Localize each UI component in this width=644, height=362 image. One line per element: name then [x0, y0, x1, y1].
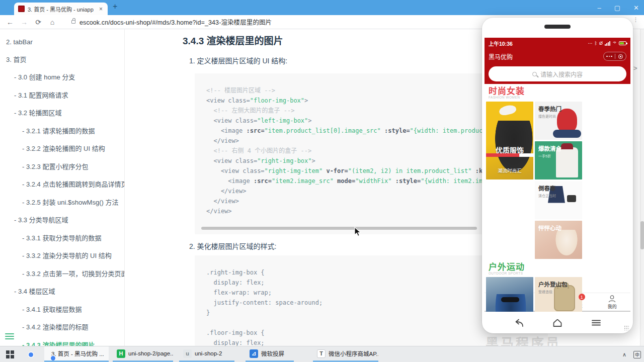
- taskbar-button[interactable]: 3. 首页 - 黑马优购 ...: [44, 346, 109, 362]
- sidebar-item[interactable]: - 3.3.2 渲染分类导航的 UI 结构: [0, 250, 124, 260]
- floor-subtitle-text: FASHION WOMEN: [489, 96, 627, 100]
- reload-icon[interactable]: ⟳: [31, 18, 45, 26]
- floor-tile-image[interactable]: 怦怦心动: [535, 221, 582, 259]
- windows-taskbar: 3. 首页 - 黑马优购 ...Huni-shop-2/page...uuni-…: [0, 346, 644, 362]
- sidebar-item[interactable]: - 3.3 分类导航区域: [0, 215, 124, 224]
- site-favicon: [18, 6, 25, 12]
- floor-tile-image[interactable]: 春季热门撞色更时尚: [535, 102, 582, 140]
- taskbar-button[interactable]: uuni-shop-2: [179, 346, 234, 362]
- sidebar-item[interactable]: - 3.1 配置网络请求: [0, 90, 124, 100]
- android-nav-bar: [485, 315, 630, 330]
- search-band: 请输入搜索内容: [485, 64, 630, 84]
- window-close-button[interactable]: ✕: [633, 4, 639, 12]
- android-home-icon[interactable]: [552, 318, 563, 327]
- tile-subtitle: 登峰造极: [538, 289, 582, 294]
- battery-icon: [619, 41, 626, 45]
- forward-icon[interactable]: →: [17, 18, 31, 26]
- ime-indicator[interactable]: 中: [633, 351, 641, 358]
- sidebar-item[interactable]: - 3.0 创建 home 分支: [0, 72, 124, 81]
- sidebar-item[interactable]: - 3.2.5 封装 uni.$showMsg() 方法: [0, 197, 124, 207]
- docs-sidebar: 2. tabBar3. 首页- 3.0 创建 home 分支- 3.1 配置网络…: [0, 29, 125, 346]
- tray-expand-icon[interactable]: ∧: [622, 351, 626, 358]
- taskbar-button[interactable]: Huni-shop-2/page...: [113, 346, 173, 362]
- folder-icon: u: [183, 349, 192, 358]
- floor-tile-image[interactable]: 户外登山包登峰造极: [535, 277, 582, 312]
- android-menu-icon[interactable]: [591, 318, 602, 327]
- start-button[interactable]: [6, 350, 14, 358]
- taskbar-button[interactable]: T微信小程序商城AP...: [313, 346, 378, 362]
- sidebar-item[interactable]: - 3.4.1 获取楼层数据: [0, 304, 124, 314]
- sidebar-item[interactable]: - 3.3.2 点击第一项，切换到分类页面: [0, 268, 124, 278]
- tile-subtitle: 撞色更时尚: [538, 114, 582, 119]
- emulator-menu-dots-icon[interactable]: ⋯: [634, 17, 637, 23]
- tabbar-label: 我的: [608, 303, 617, 310]
- wifi-icon: [612, 42, 617, 45]
- sidebar-item[interactable]: 3. 首页: [0, 54, 124, 64]
- big-image-stripe: [486, 153, 533, 157]
- padlock-icon: [71, 20, 75, 24]
- tile-title: 倒春寒: [538, 184, 582, 192]
- floor-big-image[interactable]: 勇往直前HIGH QUALITY畅享户外运动: [486, 277, 533, 312]
- page-scrollbar-track[interactable]: [640, 29, 644, 346]
- bluetooth-icon: ᛒ: [595, 41, 597, 46]
- floor-tile-image[interactable]: 倒春寒清仓正当时: [535, 181, 582, 219]
- taskbar-button-label: 3. 首页 - 黑马优购 ...: [51, 349, 104, 357]
- step-2-text: 2. 美化楼层图片区域的样式:: [189, 241, 276, 251]
- tile-title: 春季热门: [538, 105, 582, 113]
- status-time: 上午10:36: [489, 40, 513, 47]
- capsule-close-icon[interactable]: [615, 54, 626, 59]
- phone-screen: 上午10:36 ⋯ ᛒ Ø 黑马优购 请输入搜索内容 时: [485, 38, 630, 312]
- search-input[interactable]: 请输入搜索内容: [489, 66, 626, 81]
- code-hscrollbar-thumb[interactable]: [201, 227, 477, 230]
- search-icon: [532, 72, 537, 76]
- mute-icon: Ø: [599, 41, 603, 46]
- sidebar-toggle-icon[interactable]: [5, 333, 14, 341]
- browser-tab[interactable]: 3. 首页 - 黑马优购 - uniapp ×: [14, 3, 108, 15]
- more-icon: ⋯: [588, 41, 593, 46]
- sidebar-item[interactable]: 2. tabBar: [0, 38, 124, 46]
- sidebar-item[interactable]: - 3.2.1 请求轮播图的数据: [0, 126, 124, 135]
- tab-close-icon[interactable]: ×: [98, 6, 104, 13]
- sidebar-item[interactable]: - 3.4.3 渲染楼层里的图片: [0, 340, 124, 346]
- phone-emulator-window: 上午10:36 ⋯ ᛒ Ø 黑马优购 请输入搜索内容 时: [482, 18, 633, 333]
- signal-icon: [605, 41, 610, 46]
- resize-handle[interactable]: [624, 325, 629, 330]
- tab-title: 3. 首页 - 黑马优购 - uniapp: [28, 5, 95, 13]
- app-title: 黑马优购: [489, 52, 513, 61]
- back-icon[interactable]: ←: [3, 18, 17, 26]
- tile-title: 怦怦心动: [538, 224, 582, 232]
- new-tab-button[interactable]: +: [113, 2, 117, 11]
- floor-title-text: 户外运动: [489, 263, 627, 272]
- sidebar-item[interactable]: - 3.4.2 渲染楼层的标题: [0, 322, 124, 331]
- home-icon[interactable]: ⌂: [45, 18, 59, 26]
- typora-icon: T: [317, 349, 326, 358]
- floor-title-text: 时尚女装: [489, 87, 627, 96]
- sidebar-item[interactable]: - 3.2.4 点击轮播图跳转到商品详情页面: [0, 179, 124, 189]
- address-bar[interactable]: escook.cn/docs-uni-shop/#/mds/3.home?id=…: [79, 17, 272, 27]
- tile-title: 户外登山包: [538, 280, 582, 288]
- android-back-icon[interactable]: [513, 318, 524, 327]
- tile-subtitle: 清仓正当时: [538, 193, 582, 198]
- taskbar-button[interactable]: ⊿微软投屏: [246, 346, 294, 362]
- tabbar-item-profile[interactable]: 我的: [594, 293, 631, 311]
- sidebar-item[interactable]: - 3.4 楼层区域: [0, 286, 124, 296]
- floor-tile-image[interactable]: 爆款清仓一手5折: [535, 141, 582, 179]
- sidebar-item[interactable]: - 3.2.2 渲染轮播图的 UI 结构: [0, 143, 124, 153]
- emulator-expand-icon[interactable]: >: [633, 64, 637, 72]
- mouse-cursor: [354, 227, 363, 237]
- floor-title: 时尚女装FASHION WOMEN: [485, 84, 630, 101]
- sidebar-item[interactable]: - 3.2 轮播图区域: [0, 108, 124, 117]
- page-scrollbar-thumb[interactable]: [640, 221, 644, 249]
- phone-speaker-notch: [544, 25, 571, 29]
- sidebar-item[interactable]: - 3.2.3 配置小程序分包: [0, 161, 124, 171]
- window-maximize-button[interactable]: ▢: [614, 4, 620, 12]
- window-minimize-button[interactable]: –: [598, 4, 601, 12]
- miniprogram-capsule: [603, 52, 626, 61]
- browser-titlebar: 3. 首页 - 黑马优购 - uniapp × + – ▢ ✕: [0, 0, 644, 15]
- floor-big-image[interactable]: 优质服饰潮流时尚汇: [486, 102, 533, 179]
- sidebar-item[interactable]: - 3.3.1 获取分类导航的数据: [0, 233, 124, 242]
- capsule-more-icon[interactable]: [604, 56, 615, 57]
- page-title: 3.4.3 渲染楼层里的图片: [183, 33, 283, 47]
- floor-subtitle-text: OUTDOOR SPORTS: [489, 272, 627, 276]
- hbuilder-icon: H: [117, 349, 125, 358]
